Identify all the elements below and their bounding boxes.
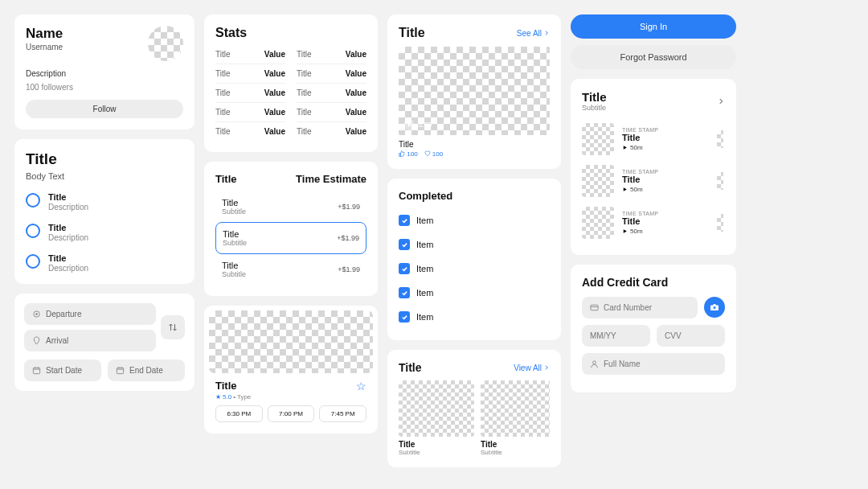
play-icon	[622, 145, 628, 150]
favorite-icon[interactable]: ☆	[356, 380, 366, 392]
forgot-password-button[interactable]: Forgot Password	[571, 45, 736, 69]
location-icon	[32, 310, 41, 318]
video-thumbnail[interactable]: 3:00	[399, 47, 550, 135]
gallery-item[interactable]: TitleSubtitle	[399, 380, 474, 456]
checklist-title: Completed	[399, 190, 550, 202]
episode-row[interactable]: TIME STAMPTitle50m	[582, 202, 725, 244]
radio-option[interactable]: Title Description	[26, 223, 183, 242]
radio-label: Title	[48, 192, 88, 202]
time-slot-button[interactable]: 7:00 PM	[268, 405, 315, 422]
gallery-item[interactable]: TitleSubtitle	[481, 380, 550, 456]
episode-title: Title	[622, 175, 709, 184]
full-name-input[interactable]: Full Name	[582, 353, 725, 375]
radio-label: Title	[48, 223, 88, 232]
listing-title: Title	[215, 380, 251, 392]
radio-icon	[26, 254, 40, 269]
checklist-item[interactable]: Item	[399, 232, 550, 257]
departure-input[interactable]: Departure	[24, 303, 156, 325]
svg-rect-4	[591, 305, 598, 310]
follow-button[interactable]: Follow	[26, 100, 183, 118]
stat-label: Title	[215, 108, 231, 117]
stat-value: Value	[346, 127, 366, 136]
gallery-item-title: Title	[481, 440, 550, 449]
estimate-head-left: Title	[215, 173, 237, 185]
chevron-right-icon	[543, 364, 550, 371]
listing-image[interactable]	[209, 310, 373, 373]
stat-row: TitleValue	[297, 64, 366, 84]
stat-row: TitleValue	[297, 122, 366, 141]
checklist-item[interactable]: Item	[399, 281, 550, 305]
checkbox-icon	[399, 287, 410, 298]
stats-title: Stats	[215, 26, 366, 40]
checklist-label: Item	[416, 288, 433, 298]
time-slot-button[interactable]: 7:45 PM	[319, 405, 366, 422]
estimate-option[interactable]: TitleSubtitle+$1.99	[215, 222, 366, 254]
radio-card: Title Body Text Title Description Title …	[14, 139, 194, 284]
chevron-right-icon[interactable]	[717, 97, 725, 105]
stat-value: Value	[346, 69, 366, 78]
stat-value: Value	[264, 69, 285, 78]
episode-row[interactable]: TIME STAMPTitle50m	[582, 160, 725, 202]
time-slot-button[interactable]: 6:30 PM	[215, 405, 263, 422]
stat-value: Value	[264, 50, 285, 59]
episode-thumbnail	[582, 207, 614, 239]
avatar[interactable]	[148, 26, 183, 61]
person-icon	[590, 360, 599, 368]
stat-label: Title	[215, 88, 231, 97]
estimate-subtitle: Subtitle	[222, 270, 246, 278]
radio-option[interactable]: Title Description	[26, 253, 183, 273]
episode-card-subtitle: Subtitle	[582, 104, 607, 112]
pin-icon	[32, 336, 41, 345]
radio-desc: Description	[48, 233, 88, 242]
radio-option[interactable]: Title Description	[26, 192, 183, 212]
episode-thumbnail	[582, 165, 614, 197]
see-all-link[interactable]: See All	[517, 29, 550, 38]
checklist-item[interactable]: Item	[399, 208, 550, 232]
episode-timestamp: TIME STAMP	[622, 127, 709, 133]
swap-button[interactable]	[161, 315, 185, 339]
cvv-input[interactable]: CVV	[657, 325, 725, 347]
episode-thumbnail	[582, 123, 614, 155]
end-date-input[interactable]: End Date	[108, 360, 185, 381]
stat-label: Title	[297, 69, 312, 78]
stat-value: Value	[346, 108, 366, 117]
estimate-title: Title	[222, 198, 246, 208]
card-number-input[interactable]: Card Number	[582, 297, 698, 318]
gallery-image	[399, 380, 474, 437]
gallery-item-title: Title	[399, 440, 474, 449]
stat-value: Value	[264, 127, 285, 136]
checkbox-icon	[399, 215, 410, 226]
calendar-icon	[32, 366, 41, 375]
gallery-title: Title	[399, 361, 422, 374]
radio-icon	[26, 193, 40, 208]
star-icon: ★	[215, 393, 221, 401]
profile-username: Username	[26, 43, 63, 51]
drag-handle-icon	[717, 130, 723, 148]
stat-row: TitleValue	[297, 103, 366, 122]
signin-button[interactable]: Sign In	[571, 14, 736, 39]
estimate-option[interactable]: TitleSubtitle+$1.99	[215, 254, 366, 285]
gallery-card: Title View All TitleSubtitleTitleSubtitl…	[387, 350, 561, 467]
like-count: 100	[399, 150, 418, 158]
scan-card-button[interactable]	[704, 297, 725, 318]
expiry-input[interactable]: MM/YY	[582, 325, 650, 347]
arrival-input[interactable]: Arrival	[24, 330, 156, 351]
stat-value: Value	[346, 50, 366, 59]
svg-point-6	[593, 361, 596, 364]
episode-card-title: Title	[582, 90, 607, 104]
estimate-option[interactable]: TitleSubtitle+$1.99	[215, 191, 366, 222]
estimate-subtitle: Subtitle	[222, 208, 246, 216]
checklist-item[interactable]: Item	[399, 305, 550, 329]
checkbox-icon	[399, 311, 410, 323]
view-all-link[interactable]: View All	[514, 364, 550, 372]
episode-title: Title	[622, 133, 709, 142]
episode-row[interactable]: TIME STAMPTitle50m	[582, 118, 725, 160]
start-date-input[interactable]: Start Date	[24, 360, 101, 381]
card-icon	[590, 303, 599, 312]
stat-label: Title	[215, 127, 231, 136]
gallery-image	[481, 380, 550, 437]
checklist-item[interactable]: Item	[399, 257, 550, 281]
stat-value: Value	[346, 88, 366, 97]
stat-label: Title	[297, 50, 312, 59]
gallery-item-subtitle: Subtitle	[399, 449, 474, 456]
